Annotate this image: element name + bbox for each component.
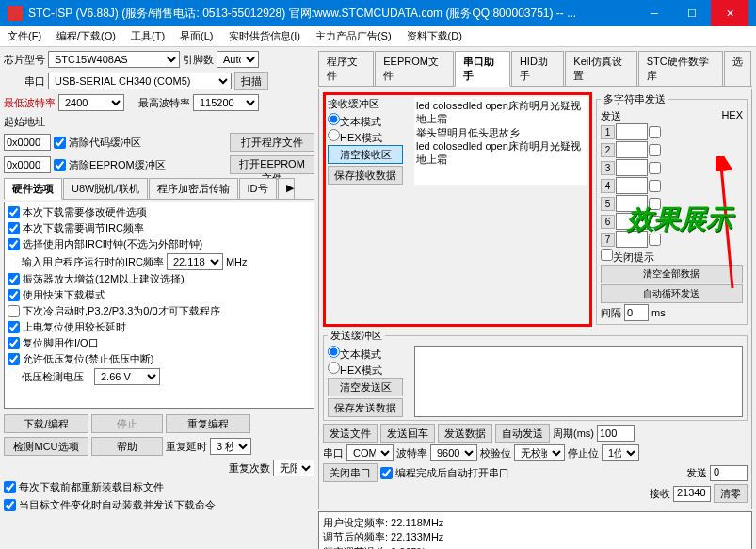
maximize-button[interactable]: ☐ xyxy=(673,0,711,26)
ms-2[interactable]: 2 xyxy=(601,143,615,157)
count-select[interactable]: 无限 xyxy=(273,460,314,476)
tab-right-arrow[interactable]: ▶ xyxy=(278,178,295,199)
autosend-button[interactable]: 自动发送 xyxy=(495,424,550,443)
hwopt-3[interactable] xyxy=(8,273,20,285)
tab-eefile[interactable]: EEPROM文件 xyxy=(375,51,453,86)
clear-ee-chk[interactable] xyxy=(54,159,66,171)
detect-button[interactable]: 检测MCU选项 xyxy=(4,437,88,456)
send-hex-radio[interactable] xyxy=(328,362,340,374)
hwopt-8[interactable] xyxy=(8,353,20,365)
sendcr-button[interactable]: 发送回车 xyxy=(380,424,435,443)
close-tip-chk[interactable] xyxy=(601,249,613,261)
menu-tools[interactable]: 工具(T) xyxy=(127,27,169,45)
hwopt-5[interactable] xyxy=(8,305,20,317)
ms-hex-7[interactable] xyxy=(649,234,661,246)
ms-hex-4[interactable] xyxy=(649,180,661,192)
lowv-select[interactable]: 2.66 V xyxy=(94,368,160,385)
clear-code-chk[interactable] xyxy=(54,137,66,149)
tab-keil[interactable]: Keil仿真设置 xyxy=(565,51,636,86)
ms-input-6[interactable] xyxy=(616,213,648,230)
ee-addr-input[interactable] xyxy=(4,156,51,173)
hwopt-1[interactable] xyxy=(8,222,20,234)
scan-button[interactable]: 扫描 xyxy=(234,72,268,90)
tab-hwopt[interactable]: 硬件选项 xyxy=(4,178,62,200)
ms-hex-5[interactable] xyxy=(649,198,661,210)
serial-baud-select[interactable]: 9600 xyxy=(430,444,477,461)
recv-text-radio[interactable] xyxy=(328,113,340,125)
ms-5[interactable]: 5 xyxy=(601,197,615,211)
serial-port-select[interactable]: COM5 xyxy=(346,444,394,461)
tab-u8w[interactable]: U8W脱机/联机 xyxy=(63,178,148,199)
hwopt-4[interactable] xyxy=(8,289,20,301)
menu-download[interactable]: 资料下载(D) xyxy=(403,27,466,45)
tab-encrypt[interactable]: 程序加密后传输 xyxy=(149,178,238,199)
ms-input-7[interactable] xyxy=(616,231,648,248)
menu-supply[interactable]: 实时供货信息(I) xyxy=(225,27,304,45)
maxbaud-select[interactable]: 115200 xyxy=(193,94,259,111)
ms-hex-1[interactable] xyxy=(649,126,661,138)
ms-hex-3[interactable] xyxy=(649,162,661,174)
irc-select[interactable]: 22.1184 xyxy=(167,253,223,270)
save-send-button[interactable]: 保存发送数据 xyxy=(328,398,403,417)
minbaud-select[interactable]: 2400 xyxy=(58,94,124,111)
stop-button[interactable]: 停止 xyxy=(91,414,163,433)
tab-progfile[interactable]: 程序文件 xyxy=(318,51,374,86)
auto-cycle-button[interactable]: 自动循环发送 xyxy=(601,284,743,303)
tab-more[interactable]: 选 xyxy=(724,51,751,86)
close-serial-button[interactable]: 关闭串口 xyxy=(323,463,378,482)
ms-7[interactable]: 7 xyxy=(601,233,615,247)
ms-input-2[interactable] xyxy=(616,141,648,158)
hwopt-2[interactable] xyxy=(8,238,20,250)
serial-parity-select[interactable]: 无校验 xyxy=(514,444,565,461)
reprogram-button[interactable]: 重复编程 xyxy=(166,414,250,433)
hwopt-6[interactable] xyxy=(8,321,20,333)
ms-3[interactable]: 3 xyxy=(601,161,615,175)
hwopt-0[interactable] xyxy=(8,206,20,218)
menu-program[interactable]: 编程/下载(O) xyxy=(53,27,120,45)
open-ee-button[interactable]: 打开EEPROM文件 xyxy=(230,155,314,174)
minimize-button[interactable]: ─ xyxy=(635,0,673,26)
ms-hex-6[interactable] xyxy=(649,216,661,228)
tab-id[interactable]: ID号 xyxy=(239,178,277,199)
chip-select[interactable]: STC15W408AS xyxy=(48,51,180,68)
save-recv-button[interactable]: 保存接收数据 xyxy=(328,166,403,185)
clear-all-button[interactable]: 清空全部数据 xyxy=(601,265,743,283)
send-textarea[interactable] xyxy=(414,346,743,417)
ms-input-4[interactable] xyxy=(616,177,648,194)
ms-1[interactable]: 1 xyxy=(601,125,615,139)
ms-6[interactable]: 6 xyxy=(601,215,615,229)
tab-math[interactable]: STC硬件数学库 xyxy=(638,51,723,86)
gap-input[interactable] xyxy=(624,304,649,321)
serial-stop-select[interactable]: 1位 xyxy=(602,444,639,461)
close-button[interactable]: ✕ xyxy=(711,0,748,26)
clear-count-button[interactable]: 清零 xyxy=(714,484,748,503)
ms-input-5[interactable] xyxy=(616,195,648,212)
menu-ui[interactable]: 界面(L) xyxy=(176,27,217,45)
ms-hex-2[interactable] xyxy=(649,144,661,156)
ms-input-1[interactable] xyxy=(616,123,648,140)
menu-file[interactable]: 文件(F) xyxy=(4,27,45,45)
recv-hex-radio[interactable] xyxy=(328,129,340,141)
pins-select[interactable]: Auto xyxy=(217,51,259,68)
recv-textarea[interactable]: led colosedled open床前明月光疑视地上霜 举头望明月低头思故乡… xyxy=(414,97,587,185)
open-code-button[interactable]: 打开程序文件 xyxy=(230,133,314,152)
delay-select[interactable]: 3 秒 xyxy=(210,438,251,455)
help-button[interactable]: 帮助 xyxy=(91,437,163,456)
senddata-button[interactable]: 发送数据 xyxy=(438,424,492,443)
tab-hid[interactable]: HID助手 xyxy=(511,51,564,86)
autoopen-chk[interactable] xyxy=(380,467,393,479)
clear-send-button[interactable]: 清空发送区 xyxy=(328,378,403,396)
code-addr-input[interactable] xyxy=(4,134,51,151)
port-select[interactable]: USB-SERIAL CH340 (COM5) xyxy=(48,73,232,89)
ms-input-3[interactable] xyxy=(616,159,648,176)
tab-serial[interactable]: 串口助手 xyxy=(455,51,510,87)
reload-chk[interactable] xyxy=(4,481,16,493)
clear-recv-button[interactable]: 清空接收区 xyxy=(328,145,403,164)
ms-4[interactable]: 4 xyxy=(601,179,615,193)
sendfile-button[interactable]: 发送文件 xyxy=(323,424,378,443)
download-button[interactable]: 下载/编程 xyxy=(4,414,88,433)
autoload-chk[interactable] xyxy=(4,499,16,511)
hwopt-7[interactable] xyxy=(8,337,20,349)
menu-ads[interactable]: 主力产品广告(S) xyxy=(312,27,395,45)
period-input[interactable] xyxy=(597,425,635,442)
